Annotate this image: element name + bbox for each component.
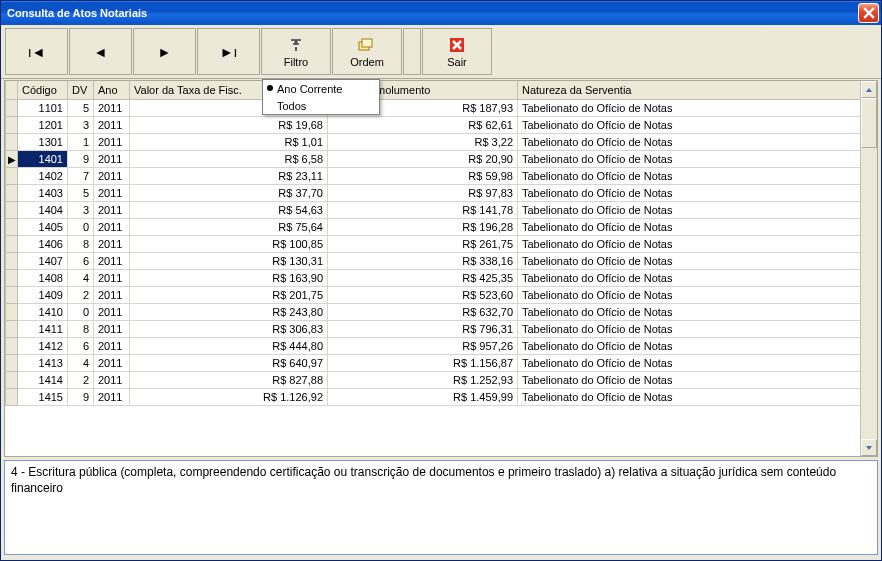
cell-natureza[interactable]: Tabelionato do Ofício de Notas bbox=[518, 354, 877, 371]
cell-taxa[interactable]: R$ 54,63 bbox=[130, 201, 328, 218]
cell-emolumento[interactable]: R$ 196,28 bbox=[328, 218, 518, 235]
col-dv-header[interactable]: DV bbox=[68, 81, 94, 99]
cell-natureza[interactable]: Tabelionato do Ofício de Notas bbox=[518, 167, 877, 184]
cell-codigo[interactable]: 1101 bbox=[18, 99, 68, 116]
cell-ano[interactable]: 2011 bbox=[94, 116, 130, 133]
col-natureza-header[interactable]: Natureza da Serventia bbox=[518, 81, 877, 99]
table-row[interactable]: 141262011R$ 444,80R$ 957,26Tabelionato d… bbox=[6, 337, 877, 354]
table-row[interactable]: 141592011R$ 1.126,92R$ 1.459,99Tabeliona… bbox=[6, 388, 877, 405]
cell-taxa[interactable]: R$ 37,70 bbox=[130, 184, 328, 201]
cell-ano[interactable]: 2011 bbox=[94, 218, 130, 235]
cell-taxa[interactable]: R$ 444,80 bbox=[130, 337, 328, 354]
table-row[interactable]: 141342011R$ 640,97R$ 1.156,87Tabelionato… bbox=[6, 354, 877, 371]
cell-ano[interactable]: 2011 bbox=[94, 303, 130, 320]
cell-taxa[interactable]: R$ 163,90 bbox=[130, 269, 328, 286]
table-row[interactable]: 140682011R$ 100,85R$ 261,75Tabelionato d… bbox=[6, 235, 877, 252]
table-row[interactable]: 140922011R$ 201,75R$ 523,60Tabelionato d… bbox=[6, 286, 877, 303]
cell-natureza[interactable]: Tabelionato do Ofício de Notas bbox=[518, 388, 877, 405]
cell-ano[interactable]: 2011 bbox=[94, 133, 130, 150]
cell-codigo[interactable]: 1409 bbox=[18, 286, 68, 303]
cell-codigo[interactable]: 1301 bbox=[18, 133, 68, 150]
nav-first-button[interactable]: ı◄ bbox=[5, 28, 68, 75]
cell-natureza[interactable]: Tabelionato do Ofício de Notas bbox=[518, 235, 877, 252]
separator-button[interactable] bbox=[403, 28, 421, 75]
scroll-thumb[interactable] bbox=[861, 98, 877, 148]
table-row[interactable]: 140272011R$ 23,11R$ 59,98Tabelionato do … bbox=[6, 167, 877, 184]
cell-emolumento[interactable]: R$ 59,98 bbox=[328, 167, 518, 184]
cell-ano[interactable]: 2011 bbox=[94, 201, 130, 218]
cell-ano[interactable]: 2011 bbox=[94, 371, 130, 388]
table-row[interactable]: 130112011R$ 1,01R$ 3,22Tabelionato do Of… bbox=[6, 133, 877, 150]
cell-codigo[interactable]: 1415 bbox=[18, 388, 68, 405]
cell-emolumento[interactable]: R$ 523,60 bbox=[328, 286, 518, 303]
cell-codigo[interactable]: 1412 bbox=[18, 337, 68, 354]
cell-natureza[interactable]: Tabelionato do Ofício de Notas bbox=[518, 184, 877, 201]
cell-dv[interactable]: 2 bbox=[68, 371, 94, 388]
cell-emolumento[interactable]: R$ 425,35 bbox=[328, 269, 518, 286]
table-row[interactable]: 140432011R$ 54,63R$ 141,78Tabelionato do… bbox=[6, 201, 877, 218]
cell-natureza[interactable]: Tabelionato do Ofício de Notas bbox=[518, 303, 877, 320]
cell-dv[interactable]: 8 bbox=[68, 320, 94, 337]
cell-ano[interactable]: 2011 bbox=[94, 388, 130, 405]
col-ano-header[interactable]: Ano bbox=[94, 81, 130, 99]
cell-dv[interactable]: 9 bbox=[68, 388, 94, 405]
cell-taxa[interactable]: R$ 6,58 bbox=[130, 150, 328, 167]
cell-dv[interactable]: 1 bbox=[68, 133, 94, 150]
cell-natureza[interactable]: Tabelionato do Ofício de Notas bbox=[518, 252, 877, 269]
cell-emolumento[interactable]: R$ 20,90 bbox=[328, 150, 518, 167]
close-button[interactable] bbox=[858, 3, 879, 23]
cell-natureza[interactable]: Tabelionato do Ofício de Notas bbox=[518, 150, 877, 167]
cell-ano[interactable]: 2011 bbox=[94, 320, 130, 337]
cell-ano[interactable]: 2011 bbox=[94, 269, 130, 286]
cell-taxa[interactable]: R$ 1,01 bbox=[130, 133, 328, 150]
cell-taxa[interactable]: R$ 75,64 bbox=[130, 218, 328, 235]
cell-emolumento[interactable]: R$ 796,31 bbox=[328, 320, 518, 337]
cell-taxa[interactable]: R$ 130,31 bbox=[130, 252, 328, 269]
cell-dv[interactable]: 6 bbox=[68, 337, 94, 354]
ordem-button[interactable]: Ordem bbox=[332, 28, 402, 75]
cell-dv[interactable]: 9 bbox=[68, 150, 94, 167]
cell-emolumento[interactable]: R$ 957,26 bbox=[328, 337, 518, 354]
cell-emolumento[interactable]: R$ 1.252,93 bbox=[328, 371, 518, 388]
table-row[interactable]: 141002011R$ 243,80R$ 632,70Tabelionato d… bbox=[6, 303, 877, 320]
cell-natureza[interactable]: Tabelionato do Ofício de Notas bbox=[518, 371, 877, 388]
cell-natureza[interactable]: Tabelionato do Ofício de Notas bbox=[518, 99, 877, 116]
cell-ano[interactable]: 2011 bbox=[94, 235, 130, 252]
sair-button[interactable]: Sair bbox=[422, 28, 492, 75]
cell-emolumento[interactable]: R$ 97,83 bbox=[328, 184, 518, 201]
cell-dv[interactable]: 2 bbox=[68, 286, 94, 303]
cell-natureza[interactable]: Tabelionato do Ofício de Notas bbox=[518, 218, 877, 235]
cell-dv[interactable]: 6 bbox=[68, 252, 94, 269]
table-row[interactable]: 140502011R$ 75,64R$ 196,28Tabelionato do… bbox=[6, 218, 877, 235]
cell-taxa[interactable]: R$ 201,75 bbox=[130, 286, 328, 303]
cell-codigo[interactable]: 1414 bbox=[18, 371, 68, 388]
cell-codigo[interactable]: 1405 bbox=[18, 218, 68, 235]
cell-dv[interactable]: 4 bbox=[68, 269, 94, 286]
nav-next-button[interactable]: ► bbox=[133, 28, 196, 75]
data-grid[interactable]: Código DV Ano Valor da Taxa de Fisc. alo… bbox=[4, 80, 878, 457]
cell-ano[interactable]: 2011 bbox=[94, 252, 130, 269]
cell-codigo[interactable]: 1404 bbox=[18, 201, 68, 218]
cell-taxa[interactable]: R$ 827,88 bbox=[130, 371, 328, 388]
table-row[interactable]: 141422011R$ 827,88R$ 1.252,93Tabelionato… bbox=[6, 371, 877, 388]
scroll-down-button[interactable] bbox=[861, 439, 877, 456]
cell-codigo[interactable]: 1406 bbox=[18, 235, 68, 252]
cell-natureza[interactable]: Tabelionato do Ofício de Notas bbox=[518, 337, 877, 354]
cell-emolumento[interactable]: R$ 1.459,99 bbox=[328, 388, 518, 405]
cell-codigo[interactable]: 1402 bbox=[18, 167, 68, 184]
cell-natureza[interactable]: Tabelionato do Ofício de Notas bbox=[518, 286, 877, 303]
nav-last-button[interactable]: ►ı bbox=[197, 28, 260, 75]
cell-natureza[interactable]: Tabelionato do Ofício de Notas bbox=[518, 320, 877, 337]
table-row[interactable]: 120132011R$ 19,68R$ 62,61Tabelionato do … bbox=[6, 116, 877, 133]
cell-taxa[interactable]: R$ 100,85 bbox=[130, 235, 328, 252]
cell-emolumento[interactable]: R$ 3,22 bbox=[328, 133, 518, 150]
cell-emolumento[interactable]: R$ 62,61 bbox=[328, 116, 518, 133]
cell-codigo[interactable]: 1403 bbox=[18, 184, 68, 201]
cell-taxa[interactable]: R$ 1.126,92 bbox=[130, 388, 328, 405]
cell-dv[interactable]: 0 bbox=[68, 303, 94, 320]
cell-taxa[interactable]: R$ 19,68 bbox=[130, 116, 328, 133]
cell-taxa[interactable]: R$ 23,11 bbox=[130, 167, 328, 184]
cell-codigo[interactable]: 1411 bbox=[18, 320, 68, 337]
cell-dv[interactable]: 0 bbox=[68, 218, 94, 235]
cell-codigo[interactable]: 1413 bbox=[18, 354, 68, 371]
